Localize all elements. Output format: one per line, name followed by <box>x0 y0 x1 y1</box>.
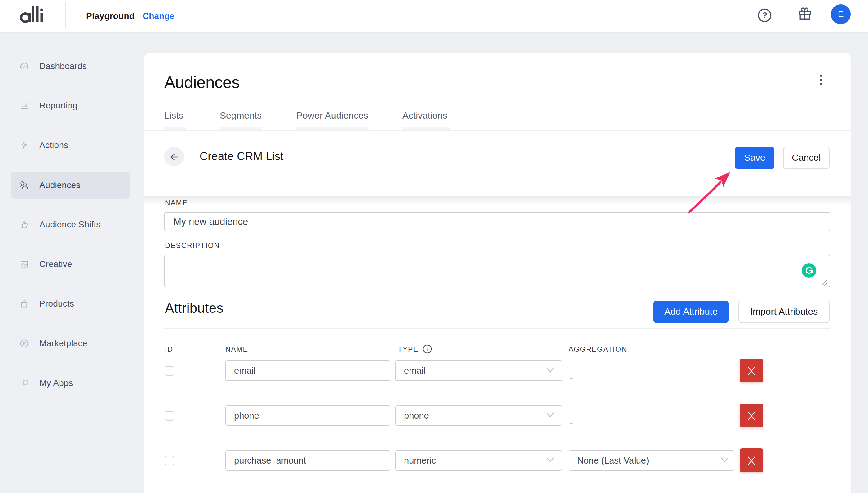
svg-text:?: ? <box>762 10 767 20</box>
